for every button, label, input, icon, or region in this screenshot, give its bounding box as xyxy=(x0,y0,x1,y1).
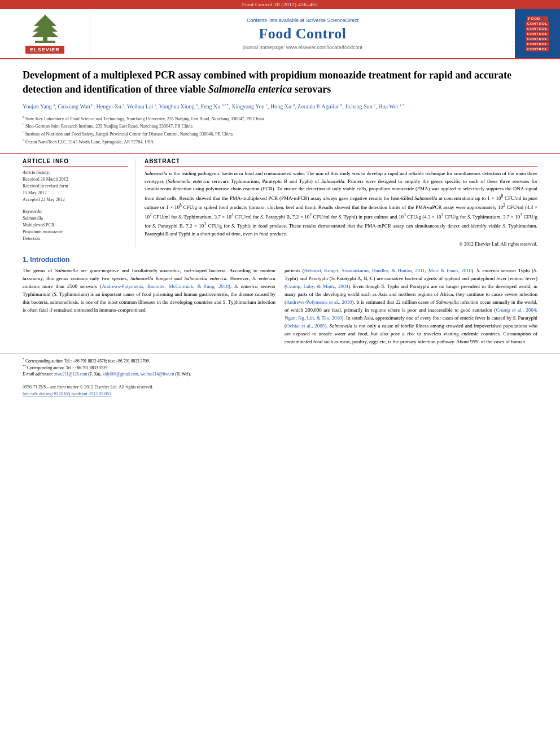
contents-label: Contents lists available at xyxy=(247,18,304,23)
email-kidy[interactable]: kidy008@gmail.com xyxy=(103,372,138,377)
journal-bar: Food Control 28 (2012) 456–462 xyxy=(0,0,560,9)
intro-heading: 1. Introduction xyxy=(23,256,537,264)
elsevier-logo-section: ELSEVIER xyxy=(0,9,90,58)
received-date: Received 26 March 2012 xyxy=(23,176,128,183)
article-info-col: ARTICLE INFO Article history: Received 2… xyxy=(23,158,135,247)
keywords-label: Keywords: xyxy=(23,209,128,214)
accepted-date: Accepted 22 May 2012 xyxy=(23,196,128,203)
control-block xyxy=(542,16,548,21)
ref-crump-2004[interactable]: Crump, Luby, & Mintz, 2004 xyxy=(286,283,348,289)
journal-citation: Food Control 28 (2012) 456–462 xyxy=(242,2,318,7)
control-word-3: CONTROL xyxy=(526,32,550,36)
journal-info-center: Contents lists available at SciVerse Sci… xyxy=(90,9,515,58)
homepage-label: journal homepage: xyxy=(243,45,285,50)
bottom-bar: 0956-7135/$ – see front matter © 2012 El… xyxy=(0,381,560,402)
control-word-food: FOOD xyxy=(527,16,542,21)
control-strips: FOOD CONTROL CONTROL CONTROL CONTROL CON… xyxy=(516,16,559,51)
footnote-star2: ** Corresponding author. Tel.: +86 791 8… xyxy=(23,364,537,371)
article-info-heading: ARTICLE INFO xyxy=(23,158,128,167)
ref-hebrard-2011[interactable]: Hebrard, Kroger, Sivasankaran, Handler, … xyxy=(304,268,425,273)
sciverse-info: Contents lists available at SciVerse Sci… xyxy=(247,18,358,23)
keyword-4: Detection xyxy=(23,235,128,242)
copyright: © 2012 Elsevier Ltd. All rights reserved… xyxy=(145,241,537,247)
control-word-control: CONTROL xyxy=(526,21,550,26)
elsevier-tree-icon xyxy=(23,14,68,45)
abstract-text: Salmonella is the leading pathogenic bac… xyxy=(145,170,537,238)
info-abstract-section: ARTICLE INFO Article history: Received 2… xyxy=(0,153,560,251)
authors: Youjun Yang a, Cuixiang Wan b, Hengyi Xu… xyxy=(23,102,537,111)
ref-andrews-2010[interactable]: Andrews-Polymenis, Baumler, McCormick, &… xyxy=(102,283,229,289)
journal-title: Food Control xyxy=(259,25,346,42)
elsevier-logo: ELSEVIER xyxy=(23,14,68,54)
sciverse-link[interactable]: SciVerse ScienceDirect xyxy=(306,18,359,23)
keyword-2: Multiplexed PCR xyxy=(23,222,128,229)
email-fx[interactable]: ziwu211@126.com xyxy=(54,372,88,377)
doi-link[interactable]: http://dx.doi.org/10.1016/j.foodcont.201… xyxy=(23,391,111,396)
control-panel: FOOD CONTROL CONTROL CONTROL CONTROL CON… xyxy=(515,9,560,58)
article-title-section: Development of a multiplexed PCR assay c… xyxy=(0,59,560,153)
control-word-5: CONTROL xyxy=(526,42,550,46)
keywords-section: Keywords: Salmonella Multiplexed PCR Pro… xyxy=(23,209,128,242)
affiliation-c: c Institute of Nutrition and Food Safety… xyxy=(23,130,537,138)
abstract-heading: ABSTRACT xyxy=(145,158,537,167)
affiliation-d: d Ocean NanoTech LLC, 2143 Worth Lane, S… xyxy=(23,138,537,146)
intro-text-1: The genus of Salmonella are gram-negativ… xyxy=(23,267,275,314)
control-strip-2: CONTROL xyxy=(516,21,559,26)
article-title: Development of a multiplexed PCR assay c… xyxy=(23,68,537,97)
header: ELSEVIER Contents lists available at Sci… xyxy=(0,9,560,59)
control-word-2: CONTROL xyxy=(526,27,550,31)
article-history-label: Article history: xyxy=(23,170,128,175)
intro-col-1: The genus of Salmonella are gram-negativ… xyxy=(23,267,275,346)
ref-moir-2010[interactable]: Moir & Fauci, 2010 xyxy=(428,268,471,273)
intro-text-2: patients (Hebrard, Kroger, Sivasankaran,… xyxy=(285,267,537,346)
journal-homepage: journal homepage: www.elsevier.com/locat… xyxy=(243,45,362,50)
footnote-star1: * Corresponding author. Tel.: +86 791 88… xyxy=(23,357,537,364)
control-strip-5: CONTROL xyxy=(516,37,559,41)
control-strip-1: FOOD xyxy=(516,16,559,21)
footnotes-section: * Corresponding author. Tel.: +86 791 88… xyxy=(0,353,560,381)
intro-columns: The genus of Salmonella are gram-negativ… xyxy=(23,267,537,346)
keyword-3: Propidium monoazide xyxy=(23,229,128,235)
control-strip-3: CONTROL xyxy=(516,27,559,31)
control-strip-7: CONTROL xyxy=(516,47,559,51)
affiliation-b: b Sino-German Joint Research Institute, … xyxy=(23,122,537,130)
elsevier-text: ELSEVIER xyxy=(25,46,64,54)
homepage-url: www.elsevier.com/locate/foodcont xyxy=(286,45,362,50)
affiliation-a: a State Key Laboratory of Food Science a… xyxy=(23,115,537,123)
control-word-4: CONTROL xyxy=(526,37,550,41)
abstract-col: ABSTRACT Salmonella is the leading patho… xyxy=(145,158,537,247)
email-hw[interactable]: weihua114@live.cn xyxy=(141,372,174,377)
intro-col-2: patients (Hebrard, Kroger, Sivasankaran,… xyxy=(285,267,537,346)
ref-andrews-2[interactable]: Andrews-Polymenis et al., 2010 xyxy=(286,299,352,305)
introduction-section: 1. Introduction The genus of Salmonella … xyxy=(0,251,560,350)
control-word-6: CONTROL xyxy=(526,47,550,51)
ref-crump-ngan[interactable]: Crump et al., 2004; Ngan, Ng, Lin, & Teo… xyxy=(285,307,537,321)
keyword-1: Salmonella xyxy=(23,215,128,222)
svg-rect-1 xyxy=(35,41,55,43)
control-strip-6: CONTROL xyxy=(516,42,559,46)
ref-ochiai[interactable]: Ochiai et al., 2005 xyxy=(286,323,325,329)
page: Food Control 28 (2012) 456–462 ELSEVIER xyxy=(0,0,560,747)
doi-text: http://dx.doi.org/10.1016/j.foodcont.201… xyxy=(23,391,537,397)
revised-date: Received in revised form15 May 2012 xyxy=(23,183,128,196)
issn-text: 0956-7135/$ – see front matter © 2012 El… xyxy=(23,384,537,391)
control-strip-4: CONTROL xyxy=(516,32,559,36)
affiliations: a State Key Laboratory of Food Science a… xyxy=(23,115,537,146)
footnote-emails: E-mail addresses: ziwu211@126.com (F. Xu… xyxy=(23,371,537,377)
